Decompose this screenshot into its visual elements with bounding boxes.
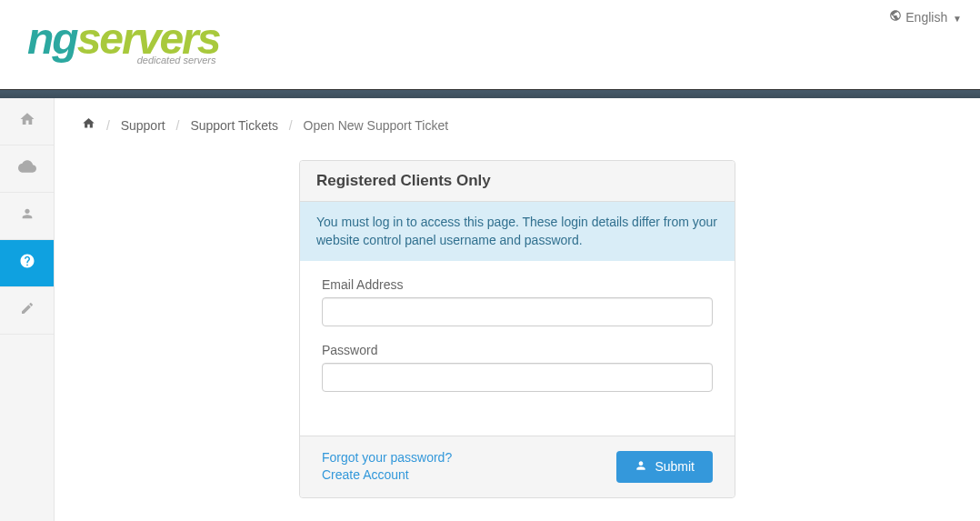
cloud-icon: [18, 157, 36, 180]
breadcrumb-sep: /: [106, 118, 110, 133]
info-alert: You must log in to access this page. The…: [300, 202, 735, 261]
caret-down-icon: ▼: [953, 14, 962, 24]
home-icon: [19, 111, 35, 132]
password-input[interactable]: [322, 363, 713, 392]
breadcrumb-sep: /: [176, 118, 180, 133]
main-content: / Support / Support Tickets / Open New S…: [55, 98, 980, 521]
email-label: Email Address: [322, 277, 713, 292]
nav-stripe: [0, 89, 980, 98]
breadcrumb-sep: /: [289, 118, 293, 133]
sidebar-item-user[interactable]: [0, 193, 54, 240]
breadcrumb-current: Open New Support Ticket: [304, 118, 449, 133]
top-header: ngservers dedicated servers English ▼: [0, 0, 980, 89]
pencil-icon: [20, 301, 35, 320]
submit-label: Submit: [655, 459, 695, 474]
user-icon: [20, 206, 35, 225]
language-label: English: [905, 10, 947, 25]
language-selector[interactable]: English ▼: [889, 9, 962, 25]
breadcrumb-support[interactable]: Support: [121, 118, 165, 133]
sidebar-item-help[interactable]: [0, 240, 54, 287]
home-icon: [82, 118, 99, 133]
submit-button[interactable]: Submit: [616, 451, 713, 483]
forgot-password-link[interactable]: Forgot your password?: [322, 449, 452, 467]
sidebar-item-edit[interactable]: [0, 287, 54, 335]
breadcrumb-tickets[interactable]: Support Tickets: [190, 118, 278, 133]
globe-icon: [889, 9, 902, 25]
logo-prefix: ng: [27, 15, 77, 63]
login-card: Registered Clients Only You must log in …: [299, 160, 735, 498]
sidebar-item-cloud[interactable]: [0, 145, 54, 193]
card-body: Email Address Password: [300, 261, 735, 436]
user-icon: [635, 459, 647, 475]
breadcrumb: / Support / Support Tickets / Open New S…: [82, 116, 953, 133]
create-account-link[interactable]: Create Account: [322, 466, 452, 485]
card-footer: Forgot your password? Create Account Sub…: [300, 436, 735, 497]
card-title: Registered Clients Only: [300, 161, 735, 202]
logo[interactable]: ngservers dedicated servers: [27, 14, 219, 65]
question-circle-icon: [19, 253, 35, 274]
breadcrumb-home[interactable]: [82, 118, 99, 133]
sidebar-item-home[interactable]: [0, 98, 54, 145]
email-input[interactable]: [322, 297, 713, 326]
password-label: Password: [322, 343, 713, 357]
sidebar: [0, 98, 55, 521]
